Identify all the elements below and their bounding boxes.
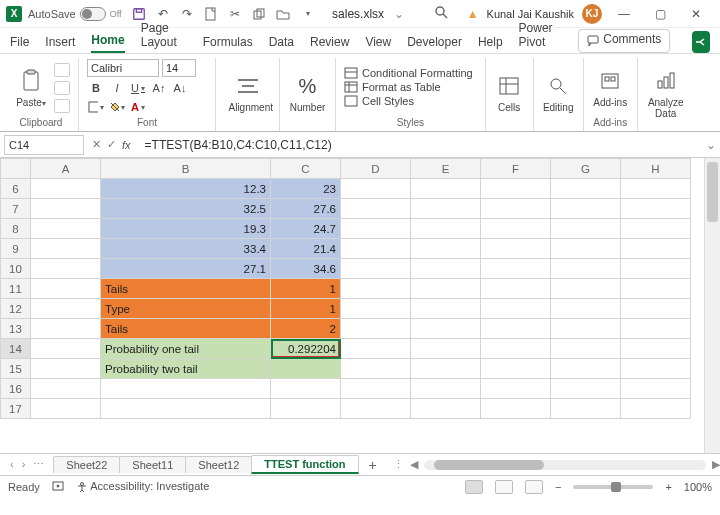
alignment-button[interactable]: Alignment xyxy=(229,72,267,113)
row-header[interactable]: 11 xyxy=(1,279,31,299)
cell[interactable]: 34.6 xyxy=(271,259,341,279)
tab-view[interactable]: View xyxy=(365,35,391,53)
macro-record-icon[interactable] xyxy=(52,480,64,494)
analyze-data-button[interactable]: Analyze Data xyxy=(647,67,685,119)
tab-developer[interactable]: Developer xyxy=(407,35,462,53)
cell[interactable] xyxy=(271,359,341,379)
new-file-icon[interactable] xyxy=(204,7,218,21)
cell[interactable] xyxy=(341,199,411,219)
tab-list-icon[interactable]: ⋯ xyxy=(33,458,44,471)
fill-color-button[interactable] xyxy=(108,99,126,115)
cell[interactable] xyxy=(621,279,691,299)
cell[interactable] xyxy=(341,399,411,419)
tab-home[interactable]: Home xyxy=(91,33,124,53)
cell[interactable] xyxy=(101,379,271,399)
cell[interactable] xyxy=(621,359,691,379)
accessibility-status[interactable]: Accessibility: Investigate xyxy=(76,480,210,493)
cell[interactable] xyxy=(481,199,551,219)
tab-insert[interactable]: Insert xyxy=(45,35,75,53)
cell[interactable]: 23 xyxy=(271,179,341,199)
row-header[interactable]: 12 xyxy=(1,299,31,319)
cell[interactable] xyxy=(341,179,411,199)
format-as-table-button[interactable]: Format as Table xyxy=(344,81,477,93)
cell[interactable] xyxy=(341,239,411,259)
col-header-C[interactable]: C xyxy=(271,159,341,179)
cell[interactable] xyxy=(31,299,101,319)
cell[interactable] xyxy=(551,359,621,379)
cell[interactable] xyxy=(341,379,411,399)
row-header[interactable]: 14 xyxy=(1,339,31,359)
row-header[interactable]: 13 xyxy=(1,319,31,339)
cell[interactable] xyxy=(411,279,481,299)
minimize-button[interactable]: — xyxy=(610,7,638,21)
autosave-switch-icon[interactable] xyxy=(80,7,106,21)
col-header-D[interactable]: D xyxy=(341,159,411,179)
sheet-tab-1[interactable]: Sheet11 xyxy=(119,456,186,473)
autosave-toggle[interactable]: AutoSave Off xyxy=(28,7,122,21)
cell[interactable] xyxy=(31,319,101,339)
cells-table[interactable]: A B C D E F G H 612.323732.527.6819.324.… xyxy=(0,158,691,419)
vertical-scrollbar[interactable] xyxy=(704,158,720,453)
new-sheet-button[interactable]: + xyxy=(359,457,387,473)
sheet-tab-0[interactable]: Sheet22 xyxy=(53,456,120,473)
maximize-button[interactable]: ▢ xyxy=(646,7,674,21)
cell[interactable] xyxy=(481,259,551,279)
cell[interactable] xyxy=(31,219,101,239)
cell[interactable] xyxy=(551,179,621,199)
select-all-corner[interactable] xyxy=(1,159,31,179)
save-icon[interactable] xyxy=(132,7,146,21)
tab-file[interactable]: File xyxy=(10,35,29,53)
cell[interactable] xyxy=(31,399,101,419)
cell[interactable] xyxy=(341,299,411,319)
cell[interactable]: 33.4 xyxy=(101,239,271,259)
col-header-H[interactable]: H xyxy=(621,159,691,179)
cell[interactable] xyxy=(271,379,341,399)
horizontal-scrollbar[interactable] xyxy=(424,460,706,470)
cell[interactable] xyxy=(621,299,691,319)
row-header[interactable]: 9 xyxy=(1,239,31,259)
cell[interactable] xyxy=(341,359,411,379)
cell[interactable] xyxy=(481,379,551,399)
cell[interactable] xyxy=(341,279,411,299)
cell[interactable] xyxy=(551,199,621,219)
cell[interactable]: Type xyxy=(101,299,271,319)
cell[interactable] xyxy=(621,179,691,199)
cell[interactable]: 12.3 xyxy=(101,179,271,199)
cell[interactable] xyxy=(551,279,621,299)
cell[interactable]: 1 xyxy=(271,279,341,299)
page-layout-view-button[interactable] xyxy=(495,480,513,494)
cell[interactable] xyxy=(551,399,621,419)
tab-review[interactable]: Review xyxy=(310,35,349,53)
cell[interactable] xyxy=(31,259,101,279)
redo-icon[interactable]: ↷ xyxy=(180,7,194,21)
copy-icon[interactable] xyxy=(252,7,266,21)
cell[interactable] xyxy=(341,259,411,279)
cell[interactable] xyxy=(31,359,101,379)
col-header-A[interactable]: A xyxy=(31,159,101,179)
user-avatar[interactable]: KJ xyxy=(582,4,602,24)
cell[interactable] xyxy=(31,279,101,299)
cell[interactable] xyxy=(411,179,481,199)
editing-button[interactable]: Editing xyxy=(542,72,575,113)
tab-formulas[interactable]: Formulas xyxy=(203,35,253,53)
col-header-F[interactable]: F xyxy=(481,159,551,179)
cell[interactable] xyxy=(31,179,101,199)
zoom-level[interactable]: 100% xyxy=(684,481,712,493)
cell[interactable] xyxy=(341,319,411,339)
hscroll-left-icon[interactable]: ◀ xyxy=(410,458,418,471)
cell[interactable] xyxy=(551,239,621,259)
cell[interactable] xyxy=(271,399,341,419)
cell[interactable]: 21.4 xyxy=(271,239,341,259)
cell[interactable] xyxy=(551,379,621,399)
cell[interactable] xyxy=(481,319,551,339)
col-header-B[interactable]: B xyxy=(101,159,271,179)
cells-button[interactable]: Cells xyxy=(493,72,525,113)
cell[interactable]: 19.3 xyxy=(101,219,271,239)
cell[interactable]: Tails xyxy=(101,319,271,339)
sheet-tab-2[interactable]: Sheet12 xyxy=(185,456,252,473)
font-color-button[interactable]: A xyxy=(129,99,147,115)
enter-formula-icon[interactable]: ✓ xyxy=(107,138,116,151)
cell[interactable] xyxy=(411,259,481,279)
cell[interactable] xyxy=(31,239,101,259)
cell[interactable]: 0.292204 xyxy=(271,339,341,359)
